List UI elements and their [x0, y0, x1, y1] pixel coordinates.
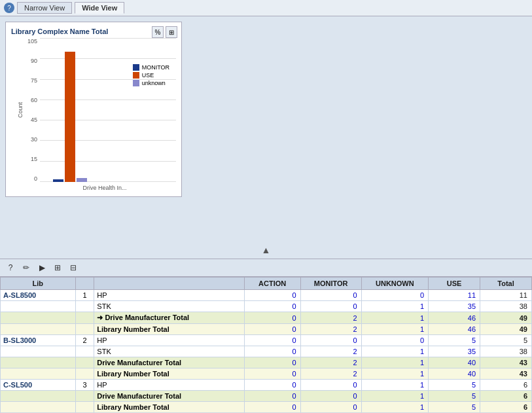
- cell-name: STK: [94, 301, 244, 312]
- help-icon[interactable]: ?: [4, 3, 14, 13]
- narrow-view-tab[interactable]: Narrow View: [17, 2, 72, 14]
- table-row: Library Number Total 0 2 1 40 43: [1, 368, 532, 380]
- cell-use: 35: [429, 301, 480, 312]
- cell-name: HP: [94, 335, 244, 346]
- cell-lib: B-SL3000: [1, 335, 76, 346]
- wide-view-tab[interactable]: Wide View: [75, 2, 124, 14]
- cell-action: 0: [244, 324, 300, 335]
- cell-num: [75, 324, 94, 335]
- cell-monitor: 0: [300, 380, 361, 391]
- table-row: Library Number Total 0 0 1 5 6: [1, 402, 532, 413]
- cell-name: STK: [94, 346, 244, 357]
- cell-use: 46: [429, 324, 480, 335]
- cell-action: 0: [244, 380, 300, 391]
- cell-num: 1: [75, 290, 94, 301]
- help-toolbar-icon[interactable]: ?: [4, 261, 17, 274]
- top-bar: ? Narrow View Wide View: [0, 0, 532, 16]
- cell-unknown: 1: [361, 368, 429, 380]
- legend-unknown: unknown: [133, 80, 169, 86]
- chart-toolbar: % ⊞: [152, 26, 177, 38]
- cell-monitor: 2: [300, 312, 361, 324]
- cell-monitor: 0: [300, 290, 361, 301]
- cell-use: 40: [429, 368, 480, 380]
- collapse-arrow[interactable]: ▲: [262, 245, 271, 255]
- cell-unknown: 1: [361, 324, 429, 335]
- cell-lib: [1, 357, 76, 368]
- use-bar: [65, 52, 75, 182]
- maximize-icon[interactable]: ⊞: [166, 26, 177, 38]
- run-icon[interactable]: ▶: [35, 261, 48, 274]
- cell-name: HP: [94, 290, 244, 301]
- cell-lib: [1, 301, 76, 312]
- cell-unknown: 1: [361, 312, 429, 324]
- table-row: Drive Manufacturer Total 0 2 1 40 43: [1, 357, 532, 368]
- export-icon[interactable]: ⊟: [67, 261, 80, 274]
- header-unknown: UNKNOWN: [361, 278, 429, 290]
- cell-use: 11: [429, 290, 480, 301]
- cell-lib: [1, 391, 76, 402]
- cell-name: HP: [94, 380, 244, 391]
- cell-action: 0: [244, 301, 300, 312]
- chart-card: % ⊞ Library Complex Name Total Count 0 1…: [5, 22, 182, 197]
- cell-monitor: 2: [300, 357, 361, 368]
- cell-use: 5: [429, 391, 480, 402]
- cell-unknown: 0: [361, 335, 429, 346]
- header-total: Total: [480, 278, 532, 290]
- edit-icon[interactable]: ✏: [20, 261, 33, 274]
- table-row: Library Number Total 0 2 1 46 49: [1, 324, 532, 335]
- cell-action: 0: [244, 402, 300, 413]
- cell-monitor: 2: [300, 324, 361, 335]
- cell-lib: C-SL500: [1, 380, 76, 391]
- cell-num: [75, 312, 94, 324]
- cell-action: 0: [244, 346, 300, 357]
- cell-total: 5: [480, 335, 532, 346]
- header-monitor: MONITOR: [300, 278, 361, 290]
- cell-lib: [1, 346, 76, 357]
- cell-num: 3: [75, 380, 94, 391]
- cell-action: 0: [244, 312, 300, 324]
- cell-unknown: 0: [361, 290, 429, 301]
- table-row: ➜ Drive Manufacturer Total 0 2 1 46 49: [1, 312, 532, 324]
- header-num: [75, 278, 94, 290]
- toolbar-section: ? ✏ ▶ ⊞ ⊟: [0, 259, 532, 276]
- cell-num: [75, 301, 94, 312]
- y-axis-label: Count: [17, 102, 24, 118]
- percent-icon[interactable]: %: [152, 26, 164, 38]
- cell-unknown: 1: [361, 391, 429, 402]
- cell-action: 0: [244, 335, 300, 346]
- cell-action: 0: [244, 368, 300, 380]
- cell-total: 43: [480, 357, 532, 368]
- cell-unknown: 1: [361, 357, 429, 368]
- cell-lib: [1, 368, 76, 380]
- cell-name: ➜ Drive Manufacturer Total: [94, 312, 244, 324]
- cell-use: 5: [429, 380, 480, 391]
- cell-total: 49: [480, 324, 532, 335]
- cell-total: 6: [480, 402, 532, 413]
- cell-total: 38: [480, 301, 532, 312]
- cell-monitor: 2: [300, 368, 361, 380]
- cell-use: 40: [429, 357, 480, 368]
- cell-name: Library Number Total: [94, 324, 244, 335]
- cell-lib: [1, 312, 76, 324]
- cell-name: Drive Manufacturer Total: [94, 391, 244, 402]
- cell-total: 43: [480, 368, 532, 380]
- chart-legend: MONITOR USE unknown: [133, 64, 169, 86]
- cell-action: 0: [244, 357, 300, 368]
- cell-action: 0: [244, 290, 300, 301]
- table-row: B-SL3000 2 HP 0 0 0 5 5: [1, 335, 532, 346]
- cell-use: 5: [429, 402, 480, 413]
- cell-name: Drive Manufacturer Total: [94, 357, 244, 368]
- monitor-bar: [53, 179, 63, 182]
- cell-name: Library Number Total: [94, 402, 244, 413]
- cell-monitor: 0: [300, 335, 361, 346]
- grid-icon[interactable]: ⊞: [51, 261, 64, 274]
- cell-unknown: 1: [361, 301, 429, 312]
- table-section: Lib ACTION MONITOR UNKNOWN USE Total A-S…: [0, 276, 532, 412]
- cell-use: 35: [429, 346, 480, 357]
- cell-lib: [1, 402, 76, 413]
- table-row: Drive Manufacturer Total 0 0 1 5 6: [1, 391, 532, 402]
- table-row: A-SL8500 1 HP 0 0 0 11 11: [1, 290, 532, 301]
- cell-num: [75, 391, 94, 402]
- cell-total: 38: [480, 346, 532, 357]
- cell-total: 6: [480, 391, 532, 402]
